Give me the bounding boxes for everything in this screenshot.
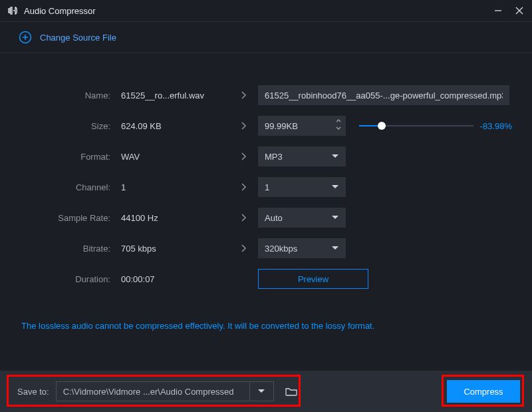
step-down-icon[interactable] [335,125,342,132]
size-percent: -83.98% [480,121,515,131]
save-to-label: Save to: [17,387,49,397]
compress-label: Compress [464,387,503,397]
bitrate-select[interactable]: 320kbps [258,238,346,258]
bitrate-value: 320kbps [265,244,297,254]
minimize-button[interactable] [493,6,503,15]
orig-samplerate: 44100 Hz [117,213,230,223]
chevron-right-icon [230,182,258,192]
save-path-dropdown[interactable] [250,381,274,401]
row-size: Size: 624.09 KB 99.99KB -83.98% [17,110,515,141]
svg-rect-0 [9,9,10,13]
warning-text: The lossless audio cannot be compressed … [17,294,515,331]
chevron-right-icon [230,121,258,130]
row-channel: Channel: 1 1 [17,172,515,202]
samplerate-select[interactable]: Auto [258,208,346,228]
step-up-icon[interactable] [335,117,342,124]
titlebar: Audio Compressor [0,0,532,21]
label-format: Format: [17,152,117,162]
orig-format: WAV [117,152,230,162]
label-duration: Duration: [17,274,117,284]
chevron-down-icon [331,184,339,190]
orig-bitrate: 705 kbps [117,244,230,254]
label-samplerate: Sample Rate: [17,213,117,223]
row-format: Format: WAV MP3 [17,141,515,172]
label-name: Name: [17,91,117,101]
samplerate-value: Auto [265,213,283,223]
folder-icon [285,387,297,396]
orig-size: 624.09 KB [117,121,230,131]
row-samplerate: Sample Rate: 44100 Hz Auto [17,202,515,233]
chevron-down-icon [331,246,339,251]
label-size: Size: [17,121,117,131]
orig-name: 61525__ro...erful.wav [117,91,230,101]
row-bitrate: Bitrate: 705 kbps 320kbps [17,233,515,264]
app-icon [8,6,19,15]
channel-value: 1 [265,182,269,192]
save-path-input[interactable] [56,381,250,401]
label-bitrate: Bitrate: [17,244,117,254]
chevron-right-icon [230,91,258,100]
footer: Save to: Compress [0,371,532,412]
label-channel: Channel: [17,182,117,192]
format-value: MP3 [265,152,283,162]
preview-button[interactable]: Preview [258,269,368,289]
plus-circle-icon [19,31,32,44]
chevron-right-icon [230,152,258,161]
change-source-label[interactable]: Change Source File [40,33,116,43]
name-input[interactable] [258,85,509,105]
chevron-down-icon [331,215,339,220]
svg-rect-1 [11,7,12,14]
slider-thumb[interactable] [378,122,386,130]
size-stepper[interactable]: 99.99KB [258,116,346,136]
chevron-right-icon [230,213,258,222]
compress-button[interactable]: Compress [447,380,520,403]
orig-channel: 1 [117,182,230,192]
chevron-down-icon [331,154,339,159]
row-duration: Duration: 00:00:07 Preview [17,264,515,294]
window-title: Audio Compressor [24,6,96,16]
size-value: 99.99KB [265,121,298,131]
chevron-right-icon [230,244,258,253]
orig-duration: 00:00:07 [117,274,230,284]
preview-label: Preview [298,274,329,284]
open-folder-button[interactable] [279,381,303,401]
size-slider[interactable] [359,125,473,126]
main-panel: Name: 61525__ro...erful.wav Size: 624.09… [0,53,532,331]
channel-select[interactable]: 1 [258,177,346,197]
format-select[interactable]: MP3 [258,146,346,166]
change-source-row[interactable]: Change Source File [0,22,532,53]
close-button[interactable] [515,6,524,15]
row-name: Name: 61525__ro...erful.wav [17,80,515,110]
